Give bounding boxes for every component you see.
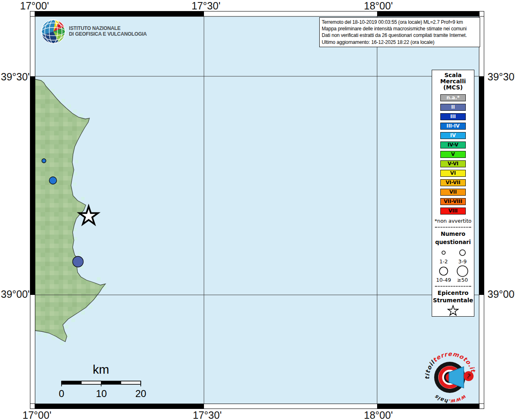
coordinate-label-left-1: 39°30' [1,71,30,83]
legend-epicenter-title-line2: Strumentale [433,297,473,304]
legend-epicenter-title: Epicentro Strumentale [433,289,473,304]
felt-report-dot [42,159,46,163]
legend-intensity-chip-vii-viii: VII-VIII [440,198,466,205]
scale-bar-unit: km [93,363,109,377]
coordinate-label-top-3: 18°00' [364,0,393,12]
felt-report-dot [73,256,83,267]
legend-intensity-chip-v-vi: V-VI [440,160,466,167]
legend-intensity-chip-iv-v: IV-V [440,142,466,148]
macroseismic-map-figure: 17°00' 17°30' 18°00' 17°00' 17°30' 18°00… [0,0,515,420]
questionnaire-class: 3-9 [456,246,469,265]
legend-intensity-chip-ii: II [440,104,466,111]
coordinate-label-right-2: 39°00' [488,288,515,300]
legend-intensity-chip-iv: IV [440,132,466,139]
legend-title-line1: Scala [440,72,466,78]
legend-questionnaires-title-line1: Numero [435,230,471,238]
scale-bar-tick-0: 0 [59,388,64,399]
legend-title: Scala Mercalli (MCS) [440,72,466,91]
legend-intensity-chip-vi: VI [440,170,466,177]
questionnaire-class: 1-2 [437,246,450,265]
ingv-logo-text: ISTITUTO NAZIONALE DI GEOFISICA E VULCAN… [69,25,147,37]
scale-bar-tick-20: 20 [135,388,146,399]
event-info-box: Terremoto del 18-10-2019 00:03:55 (ora l… [319,17,480,47]
sea [35,16,479,404]
questionnaire-class-label: 1-2 [439,258,448,265]
event-info-line1: Terremoto del 18-10-2019 00:03:55 (ora l… [322,19,478,25]
coordinate-label-right-1: 39°30' [488,71,515,83]
coordinate-label-bottom-3: 18°00' [364,409,393,420]
coordinate-label-top-2: 17°30' [192,0,220,12]
questionnaire-class: 10-49 [436,265,451,283]
coordinate-label-left-2: 39°00' [1,288,30,300]
scale-bar-tick-10: 10 [96,388,107,399]
questionnaire-circle-icon [456,265,469,277]
coordinate-label-top-1: 17°00' [20,0,49,12]
haisentitoilterremoto-logo: titoilterremoto.it www.haisen ? [425,352,477,404]
questionnaire-circle-icon [437,265,450,277]
questionnaire-class: ≥50 [456,265,469,283]
epicenter-star-icon [446,305,460,316]
legend-intensity-chip-iii-iv: III-IV [440,123,466,130]
legend-divider [435,286,471,287]
watermark-bottom-red: www. [449,393,467,404]
legend-divider [435,227,471,228]
legend-intensity-chip-v: V [440,151,466,158]
coordinate-label-bottom-1: 17°00' [23,409,51,420]
legend-footnote: *non avvertito [435,218,472,224]
legend-title-line3: (MCS) [440,84,466,91]
questionnaire-circle-icon [456,246,469,258]
questionnaire-circle-icon [437,246,450,258]
legend-title-line2: Mercalli [440,78,466,84]
ingv-name-line2: DI GEOFISICA E VULCANOLOGIA [69,31,147,37]
questionnaire-class-label: 3-9 [458,258,467,265]
legend-intensity-chip-vii: VII [440,189,466,196]
event-info-line2: Mappa preliminare delle intensità macros… [322,25,478,32]
questionnaire-size-key: 1-2 3-9 10-49 ≥50 [434,246,472,283]
legend-questionnaires-title-line2: questionari [435,238,471,246]
legend-panel: Scala Mercalli (MCS) n.a.* II III III-IV… [432,70,474,317]
event-info-line4: Ultimo aggiornamento: 16-12-2025 18:22 (… [322,39,478,46]
legend-intensity-chip-na: n.a.* [440,94,466,101]
legend-epicenter-title-line1: Epicentro [433,289,473,297]
ingv-logo-globe-icon [41,19,66,44]
legend-questionnaires-title: Numero questionari [435,230,471,246]
legend-intensity-chip-iii: III [440,113,466,120]
coordinate-label-bottom-2: 17°30' [193,409,222,420]
questionnaire-class-label: ≥50 [457,277,468,283]
ingv-name-line1: ISTITUTO NAZIONALE [69,25,147,31]
legend-intensity-chip-viii: VIII [440,208,466,215]
felt-report-dot [49,177,57,184]
event-info-line3: Dati non verificati estratti da 26 quest… [322,32,478,39]
questionnaire-class-label: 10-49 [436,277,451,283]
legend-intensity-chip-vi-vii: VI-VII [440,179,466,186]
